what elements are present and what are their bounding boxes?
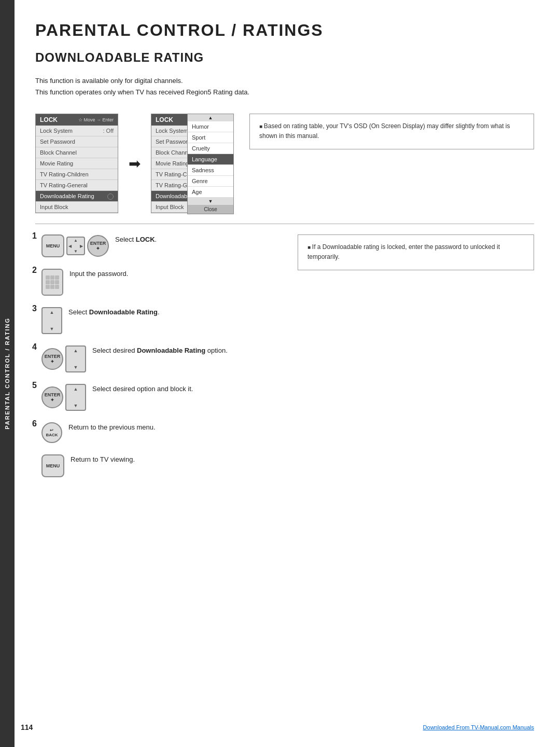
step-number-3: 3 bbox=[32, 304, 37, 313]
menu-item-tv-children: TV Rating-Children bbox=[36, 169, 118, 180]
step-3-text: Select Downloadable Rating. bbox=[68, 307, 160, 317]
step-6-text: Return to the previous menu. bbox=[68, 422, 156, 433]
menu-button-1[interactable]: MENU bbox=[41, 234, 64, 257]
info-box-steps: If a Downloadable rating is locked, ente… bbox=[298, 234, 534, 270]
step-3-icons: ▲ ▼ bbox=[41, 307, 62, 334]
step-number-1: 1 bbox=[32, 231, 37, 241]
step-7: MENU Return to TV viewing. bbox=[35, 454, 277, 477]
step-5: 5 ENTER✦ ▲ ▼ Select desired option and b… bbox=[35, 384, 277, 411]
nav-cross-4[interactable]: ▲ ▼ bbox=[65, 345, 86, 372]
dp-cruelty: Cruelty bbox=[188, 143, 233, 154]
step-3: 3 ▲ ▼ Select Downloadable Rating. bbox=[35, 307, 277, 334]
step-2-text: Input the password. bbox=[69, 269, 128, 279]
section-title: DOWNLOADABLE RATING bbox=[35, 50, 534, 65]
step-number-5: 5 bbox=[32, 381, 37, 390]
step-6: 6 ↩BACK Return to the previous menu. bbox=[35, 422, 277, 443]
nav-hint-left: ☆ Move → Enter bbox=[78, 117, 114, 122]
steps-left: 1 MENU ▲ ◀▶ ▼ ENTER✦ Select LOCK. 2 bbox=[35, 234, 277, 489]
right-diagram: LOCK ☆ Move → Enter Lock System : Off Se… bbox=[151, 114, 234, 213]
menu-item-downloadable-left: Downloadable Rating bbox=[36, 191, 118, 202]
horizontal-divider bbox=[35, 224, 534, 224]
arrow-right-icon: ➡ bbox=[129, 155, 141, 172]
dp-sport: Sport bbox=[188, 132, 233, 143]
step-number-4: 4 bbox=[32, 342, 37, 352]
menu-item-set-password: Set Password bbox=[36, 136, 118, 147]
steps-section: 1 MENU ▲ ◀▶ ▼ ENTER✦ Select LOCK. 2 bbox=[35, 234, 534, 489]
step-7-text: Return to TV viewing. bbox=[71, 454, 135, 465]
lock-label-right: LOCK bbox=[156, 116, 173, 123]
step-5-icons: ENTER✦ ▲ ▼ bbox=[41, 384, 86, 411]
lock-menu-left: LOCK ☆ Move → Enter Lock System : Off Se… bbox=[35, 114, 118, 213]
step-number-2: 2 bbox=[32, 266, 37, 275]
enter-button-5[interactable]: ENTER✦ bbox=[41, 386, 63, 408]
page-footer: 114 Downloaded From TV-Manual.com Manual… bbox=[21, 723, 534, 731]
step-2-icons bbox=[41, 269, 63, 296]
page-title: PARENTAL CONTROL / RATINGS bbox=[35, 21, 534, 40]
nav-cross-5[interactable]: ▲ ▼ bbox=[65, 384, 86, 411]
left-diagram: LOCK ☆ Move → Enter Lock System : Off Se… bbox=[35, 114, 234, 213]
dropdown-arrow-down: ▼ bbox=[188, 198, 233, 205]
step-1-text: Select LOCK. bbox=[115, 234, 157, 245]
footer-link[interactable]: Downloaded From TV-Manual.com Manuals bbox=[423, 724, 534, 730]
step-1-icons: MENU ▲ ◀▶ ▼ ENTER✦ bbox=[41, 234, 109, 257]
description: This function is available only for digi… bbox=[35, 75, 534, 98]
desc-line1: This function is available only for digi… bbox=[35, 75, 534, 87]
menu-item-block-channel: Block Channel bbox=[36, 147, 118, 158]
menu-item-input-block-left: Input Block bbox=[36, 202, 118, 213]
step-5-text: Select desired option and block it. bbox=[92, 384, 193, 394]
diagrams-section: LOCK ☆ Move → Enter Lock System : Off Se… bbox=[35, 114, 534, 213]
enter-button-4[interactable]: ENTER✦ bbox=[41, 348, 63, 370]
dropdown-arrow-up: ▲ bbox=[188, 114, 233, 121]
step-6-icons: ↩BACK bbox=[41, 422, 62, 443]
dp-age: Age bbox=[188, 187, 233, 198]
dp-humor: Humor bbox=[188, 121, 233, 132]
step-1: 1 MENU ▲ ◀▶ ▼ ENTER✦ Select LOCK. bbox=[35, 234, 277, 257]
menu-button-7[interactable]: MENU bbox=[41, 454, 64, 477]
nav-cross-3[interactable]: ▲ ▼ bbox=[41, 307, 62, 334]
step-4-text: Select desired Downloadable Rating optio… bbox=[92, 345, 228, 356]
info-box-diagram: Based on rating table, your TV's OSD (On… bbox=[249, 114, 534, 149]
dp-language: Language bbox=[188, 154, 233, 165]
menu-item-movie-rating: Movie Rating bbox=[36, 158, 118, 169]
menu-item-lock-system: Lock System : Off bbox=[36, 126, 118, 136]
step-number-6: 6 bbox=[32, 419, 37, 428]
step-7-icons: MENU bbox=[41, 454, 64, 477]
dropdown-panel: ▲ Humor Sport Cruelty Language Sadness G… bbox=[187, 114, 234, 214]
side-tab-text: PARENTAL CONTROL / RATING bbox=[4, 317, 10, 430]
dp-close: Close bbox=[188, 205, 233, 214]
nav-cross-1[interactable]: ▲ ◀▶ ▼ bbox=[66, 237, 85, 255]
step-4-icons: ENTER✦ ▲ ▼ bbox=[41, 345, 86, 372]
info-note-1: Based on rating table, your TV's OSD (On… bbox=[259, 121, 524, 141]
enter-button-1[interactable]: ENTER✦ bbox=[87, 235, 109, 257]
steps-right: If a Downloadable rating is locked, ente… bbox=[292, 234, 534, 489]
step-2: 2 bbox=[35, 269, 277, 296]
menu-item-tv-general: TV Rating-General bbox=[36, 180, 118, 191]
lock-label-left: LOCK bbox=[40, 116, 58, 123]
side-tab: PARENTAL CONTROL / RATING bbox=[0, 0, 15, 747]
dp-genre: Genre bbox=[188, 176, 233, 187]
info-note-2: If a Downloadable rating is locked, ente… bbox=[307, 242, 524, 262]
main-content: PARENTAL CONTROL / RATINGS DOWNLOADABLE … bbox=[15, 0, 560, 747]
step-4: 4 ENTER✦ ▲ ▼ Select desired Downloadable… bbox=[35, 345, 277, 372]
numpad-button-2[interactable] bbox=[41, 269, 63, 296]
dp-sadness: Sadness bbox=[188, 165, 233, 176]
page-number: 114 bbox=[21, 723, 33, 731]
desc-line2: This function operates only when TV has … bbox=[35, 87, 534, 98]
lock-menu-header-left: LOCK ☆ Move → Enter bbox=[36, 114, 118, 126]
back-button-6[interactable]: ↩BACK bbox=[41, 422, 62, 443]
